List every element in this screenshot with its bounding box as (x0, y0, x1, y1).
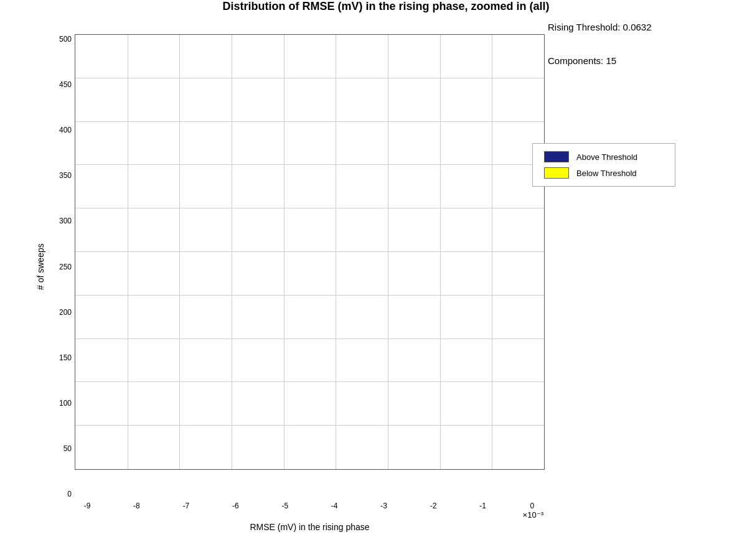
chart-title: Distribution of RMSE (mV) in the rising … (25, 0, 747, 13)
x-tick-0: 0 (520, 502, 545, 510)
grid-v-1 (128, 35, 128, 469)
grid-v-4 (284, 35, 284, 469)
y-tick-100: 100 (50, 399, 75, 407)
page-container: Distribution of RMSE (mV) in the rising … (0, 0, 747, 560)
info-panel: Rising Threshold: 0.0632 Components: 15 (548, 19, 735, 82)
threshold-label: Rising Threshold: 0.0632 (548, 19, 735, 35)
y-tick-200: 200 (50, 309, 75, 316)
x-tick--9: -9 (75, 502, 100, 510)
grid-h-500 (75, 34, 544, 35)
x-tick--5: -5 (273, 502, 298, 510)
x-tick--6: -6 (223, 502, 248, 510)
y-tick-labels: 0 50 100 150 200 250 300 350 400 450 500 (50, 34, 75, 499)
y-axis-label: # of sweeps (34, 34, 47, 499)
grid-v-3 (232, 35, 232, 469)
grid-h-350 (75, 164, 544, 165)
legend-item-above: Above Threshold (544, 151, 664, 162)
y-tick-450: 450 (50, 81, 75, 88)
grid-h-50 (75, 425, 544, 426)
legend-item-below: Below Threshold (544, 167, 664, 179)
grid-v-5 (336, 35, 336, 469)
x-tick--7: -7 (174, 502, 199, 510)
grid-h-450 (75, 78, 544, 78)
grid-h-250 (75, 251, 544, 252)
grid-h-100 (75, 381, 544, 382)
y-tick-500: 500 (50, 35, 75, 43)
above-threshold-label: Above Threshold (576, 152, 637, 162)
legend-box: Above Threshold Below Threshold (532, 143, 675, 187)
y-tick-150: 150 (50, 354, 75, 362)
below-threshold-label: Below Threshold (576, 169, 637, 178)
x-axis-label: RMSE (mV) in the rising phase (34, 522, 545, 532)
grid-h-200 (75, 295, 544, 296)
y-tick-350: 350 (50, 172, 75, 179)
x-tick-labels: -9 -8 -7 -6 -5 -4 -3 -2 -1 0 (75, 502, 545, 510)
x-tick--3: -3 (372, 502, 397, 510)
x-exponent-label: ×10⁻³ (34, 510, 545, 520)
y-tick-400: 400 (50, 126, 75, 134)
above-threshold-color-box (544, 151, 569, 162)
x-tick--2: -2 (421, 502, 446, 510)
threshold-info: Rising Threshold: 0.0632 Components: 15 (548, 19, 735, 69)
components-label: Components: 15 (548, 52, 735, 69)
grid-v-8 (492, 35, 492, 469)
y-tick-50: 50 (50, 445, 75, 452)
y-tick-0: 0 (50, 490, 75, 498)
grid-v-7 (440, 35, 441, 469)
grid-v-2 (179, 35, 180, 469)
x-tick--4: -4 (322, 502, 347, 510)
x-tick--8: -8 (124, 502, 149, 510)
plot-box (75, 34, 545, 470)
y-tick-250: 250 (50, 263, 75, 271)
grid-v-6 (388, 35, 388, 469)
grid-h-150 (75, 338, 544, 339)
below-threshold-color-box (544, 167, 569, 179)
grid-v-right (544, 35, 545, 469)
grid-h-400 (75, 121, 544, 122)
grid-h-300 (75, 208, 544, 208)
x-tick--1: -1 (471, 502, 496, 510)
y-tick-300: 300 (50, 217, 75, 225)
